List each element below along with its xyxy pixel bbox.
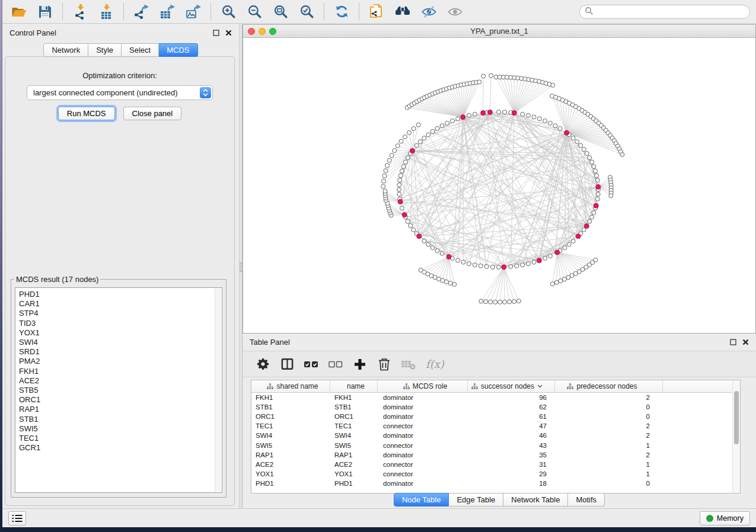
- list-item[interactable]: YOX1: [19, 328, 222, 338]
- memory-button[interactable]: Memory: [700, 511, 750, 525]
- tab-network-table[interactable]: Network Table: [503, 493, 568, 507]
- panel-selector-button[interactable]: [8, 511, 26, 525]
- table-row[interactable]: ORC1ORC1dominator610: [251, 412, 740, 421]
- list-item[interactable]: SWI5: [19, 424, 222, 434]
- zoom-out-icon[interactable]: [241, 1, 267, 23]
- table-row[interactable]: PHD1PHD1dominator180: [251, 479, 740, 488]
- tab-style[interactable]: Style: [88, 43, 122, 57]
- tab-select[interactable]: Select: [122, 43, 159, 57]
- search-input[interactable]: [596, 8, 745, 16]
- table-panel-title: Table Panel: [250, 338, 290, 347]
- list-item[interactable]: STB5: [19, 386, 222, 395]
- mcds-result-list[interactable]: PHD1CAR1STP4TID3YOX1SWI4SRD1PMA2FKH1ACE2…: [15, 287, 222, 493]
- toolbar-separator: [359, 4, 359, 20]
- add-column-icon[interactable]: [349, 354, 371, 375]
- list-item[interactable]: STP4: [19, 309, 222, 318]
- tab-edge-table[interactable]: Edge Table: [449, 493, 503, 507]
- save-icon[interactable]: [32, 1, 58, 23]
- table-row[interactable]: FKH1FKH1dominator962: [251, 393, 740, 402]
- zoom-fit-icon[interactable]: [267, 1, 294, 23]
- float-panel-icon[interactable]: [730, 339, 736, 345]
- list-scrollbar[interactable]: [215, 289, 221, 492]
- table-panel-header: Table Panel: [243, 335, 756, 349]
- window-minimize-button[interactable]: [259, 28, 266, 35]
- table-scrollbar[interactable]: [732, 380, 740, 493]
- table-cell: 62: [468, 403, 555, 411]
- memory-label: Memory: [717, 514, 744, 523]
- column-view-icon[interactable]: [276, 354, 298, 375]
- right-area: YPA_prune.txt_1 Table Panel f(x) shared …: [243, 24, 756, 508]
- table-cell: PHD1: [251, 480, 330, 487]
- close-panel-icon[interactable]: [225, 30, 232, 36]
- window-zoom-button[interactable]: [269, 28, 276, 35]
- tab-node-table[interactable]: Node Table: [394, 493, 449, 507]
- table-row[interactable]: SWI4SWI4dominator462: [251, 431, 740, 440]
- column-header-predecessor-nodes[interactable]: predecessor nodes: [555, 380, 663, 392]
- splitter-grip[interactable]: [240, 262, 242, 272]
- table-cell: connector: [378, 470, 468, 477]
- table-row[interactable]: RAP1RAP1dominator352: [251, 450, 740, 460]
- close-panel-button[interactable]: Close panel: [123, 107, 182, 120]
- column-header-MCDS-role[interactable]: MCDS role: [378, 380, 468, 392]
- hide-selected-icon[interactable]: [416, 1, 442, 23]
- list-item[interactable]: SRD1: [19, 347, 222, 357]
- optimization-criterion-label: Optimization criterion:: [5, 71, 234, 80]
- table-cell: FKH1: [251, 394, 330, 401]
- list-item[interactable]: ORC1: [19, 395, 222, 405]
- table-cell: FKH1: [330, 394, 378, 401]
- list-item[interactable]: PHD1: [19, 290, 222, 299]
- list-item[interactable]: ACE2: [19, 376, 222, 386]
- list-item[interactable]: GCR1: [19, 443, 222, 453]
- search-box[interactable]: [579, 5, 750, 19]
- float-panel-icon[interactable]: [213, 30, 219, 36]
- clone-network-icon[interactable]: [363, 1, 390, 23]
- table-cell: 0: [555, 480, 663, 487]
- list-item[interactable]: RAP1: [19, 405, 222, 414]
- tab-network[interactable]: Network: [43, 43, 88, 57]
- column-header-name[interactable]: name: [330, 380, 378, 392]
- deselect-all-rows-icon[interactable]: [325, 354, 346, 375]
- network-canvas[interactable]: [243, 38, 755, 333]
- list-item[interactable]: TID3: [19, 319, 222, 328]
- settings-icon[interactable]: [252, 354, 273, 375]
- column-header-shared-name[interactable]: shared name: [251, 380, 330, 392]
- zoom-in-icon[interactable]: [215, 1, 241, 23]
- delete-column-icon[interactable]: [374, 354, 395, 375]
- table-row[interactable]: STB1STB1dominator620: [251, 402, 740, 412]
- list-item[interactable]: STB1: [19, 415, 222, 424]
- column-header-successor-nodes[interactable]: successor nodes: [468, 380, 555, 392]
- scrollbar-thumb[interactable]: [734, 391, 739, 444]
- table-cell: 61: [468, 413, 555, 420]
- table-row[interactable]: SWI5SWI5connector431: [251, 440, 740, 450]
- import-table-icon[interactable]: [93, 1, 119, 23]
- export-table-icon[interactable]: [154, 1, 180, 23]
- list-item[interactable]: FKH1: [19, 367, 222, 376]
- window-close-button[interactable]: [248, 28, 255, 35]
- tab-mcds[interactable]: MCDS: [159, 43, 197, 57]
- export-network-icon[interactable]: [128, 1, 154, 23]
- close-panel-icon[interactable]: [742, 339, 749, 345]
- export-image-icon[interactable]: [180, 1, 206, 23]
- criterion-select[interactable]: largest connected component (undirected): [27, 85, 213, 100]
- table-cell: YOX1: [251, 470, 330, 477]
- zoom-selected-icon[interactable]: [294, 1, 320, 23]
- select-all-rows-icon[interactable]: [301, 354, 322, 375]
- tab-motifs[interactable]: Motifs: [568, 493, 605, 507]
- refresh-icon[interactable]: [328, 1, 355, 23]
- table-row[interactable]: YOX1YOX1connector291: [251, 469, 740, 479]
- table-row[interactable]: TEC1TEC1connector472: [251, 421, 740, 431]
- table-cell: 47: [468, 422, 555, 430]
- list-item[interactable]: CAR1: [19, 299, 222, 309]
- node-table: shared namenameMCDS rolesuccessor nodesp…: [251, 380, 741, 493]
- table-cell: RAP1: [251, 451, 330, 459]
- import-network-icon[interactable]: [67, 1, 93, 23]
- find-icon[interactable]: [390, 1, 416, 23]
- open-folder-icon[interactable]: [6, 1, 32, 23]
- run-mcds-button[interactable]: Run MCDS: [58, 107, 115, 120]
- table-row[interactable]: ACE2ACE2connector311: [251, 460, 740, 469]
- table-cell: 2: [555, 394, 663, 401]
- list-item[interactable]: SWI4: [19, 338, 222, 347]
- list-item[interactable]: PMA2: [19, 357, 222, 366]
- show-all-icon: [442, 1, 468, 23]
- list-item[interactable]: TEC1: [19, 434, 222, 443]
